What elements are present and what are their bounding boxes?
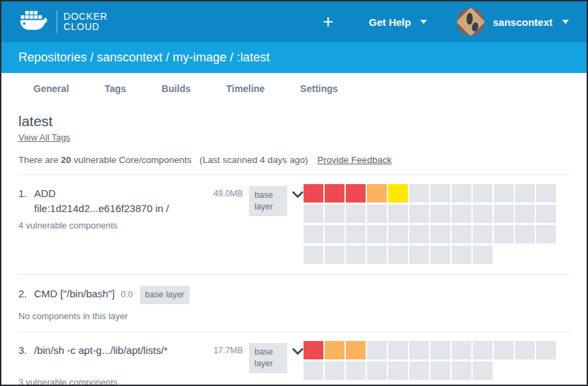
layer-components-note: No components in this layer — [18, 311, 304, 321]
vuln-cell-yellow — [388, 184, 408, 203]
layer-components-note: 3 vulnerable components — [18, 377, 304, 386]
tab-timeline[interactable]: Timeline — [226, 83, 265, 94]
base-layer-badge: base layer — [249, 186, 287, 216]
vuln-cell-gray — [304, 205, 323, 223]
top-header: DOCKER CLOUD + Get Help sanscontext — [1, 1, 587, 42]
vuln-cell-gray — [430, 361, 450, 380]
vuln-cell-gray — [452, 225, 471, 243]
tab-settings[interactable]: Settings — [300, 83, 338, 94]
layer-row: 2.CMD ["/bin/bash"]0.0base layerNo compo… — [18, 274, 570, 331]
vuln-cell-gray — [304, 361, 323, 380]
vuln-cell-red — [325, 184, 344, 203]
vulnerable-count: 20 — [61, 155, 71, 165]
vuln-cell-orange — [325, 341, 344, 359]
vuln-cell-gray — [325, 205, 344, 223]
vuln-cell-gray — [388, 225, 408, 243]
layer-header: 1.ADD file:1d214d2...e616f23870 in /49.0… — [18, 186, 304, 216]
scan-summary-prefix: There are — [18, 155, 59, 165]
vuln-cell-red — [304, 184, 323, 203]
layer-info: 3./bin/sh -c apt-g.../lib/apt/lists/*17.… — [18, 343, 304, 386]
vuln-cell-gray — [367, 246, 387, 264]
base-layer-badge: base layer — [249, 343, 287, 373]
vuln-cell-gray — [536, 225, 556, 243]
vuln-cell-gray — [409, 341, 429, 359]
vuln-cell-gray — [409, 205, 429, 223]
vuln-cell-gray — [367, 205, 387, 223]
vuln-cell-red — [304, 341, 323, 359]
vuln-cell-gray — [346, 225, 366, 243]
vuln-cell-gray — [452, 341, 471, 359]
tab-tags[interactable]: Tags — [104, 83, 126, 94]
vuln-cell-gray — [430, 341, 450, 359]
layer-expand-chevron-icon[interactable] — [292, 346, 304, 358]
vuln-cell-orange — [367, 184, 387, 203]
brand: DOCKER CLOUD — [18, 10, 108, 34]
vuln-cell-gray — [473, 361, 493, 380]
header-actions: + Get Help sanscontext — [323, 8, 569, 35]
breadcrumb: Repositories / sanscontext / my-image / … — [1, 42, 587, 73]
vuln-cell-gray — [473, 246, 493, 264]
vuln-cell-gray — [304, 246, 323, 264]
last-scanned-label: (Last scanned 4 days ago) — [199, 155, 308, 165]
vuln-cell-gray — [494, 205, 514, 223]
vuln-cell-gray — [515, 184, 535, 203]
vuln-cell-red — [346, 184, 366, 203]
vuln-cell-gray — [515, 225, 535, 243]
vuln-cell-gray — [388, 205, 408, 223]
layer-command: /bin/sh -c apt-g.../lib/apt/lists/* — [34, 343, 174, 358]
tab-builds[interactable]: Builds — [162, 83, 191, 94]
brand-line-cloud: CLOUD — [63, 22, 108, 32]
brand-divider — [57, 10, 57, 33]
vuln-cell-gray — [409, 361, 429, 380]
vuln-cell-gray — [346, 361, 366, 380]
vuln-cell-gray — [452, 205, 471, 223]
vuln-cell-gray — [473, 341, 493, 359]
vuln-cell-gray — [304, 225, 323, 243]
page-title: latest — [18, 113, 570, 130]
view-all-tags-link[interactable]: View All Tags — [18, 132, 70, 143]
layer-number: 3. — [18, 343, 34, 358]
vuln-cell-gray — [367, 341, 387, 359]
vuln-cell-gray — [325, 246, 344, 264]
vuln-cell-gray — [494, 225, 514, 243]
caret-down-icon — [562, 20, 569, 24]
vuln-cell-gray — [494, 184, 514, 203]
vuln-cell-gray — [536, 341, 556, 359]
layer-number: 2. — [18, 286, 34, 301]
tab-general[interactable]: General — [33, 83, 69, 94]
layer-info: 1.ADD file:1d214d2...e616f23870 in /49.0… — [18, 186, 304, 264]
layer-number: 1. — [18, 186, 34, 201]
vuln-cell-gray — [325, 225, 344, 243]
layer-expand-chevron-icon[interactable] — [292, 189, 304, 201]
layer-header: 2.CMD ["/bin/bash"]0.0base layer — [18, 286, 304, 304]
layer-size: 49.0MB — [174, 186, 249, 198]
vuln-cell-gray — [452, 184, 471, 203]
vuln-cell-orange — [346, 341, 366, 359]
vuln-cell-gray — [367, 361, 387, 380]
layer-list: 1.ADD file:1d214d2...e616f23870 in /49.0… — [18, 175, 570, 386]
vuln-cell-gray — [325, 361, 344, 380]
vuln-cell-gray — [473, 184, 493, 203]
username-label: sanscontext — [493, 16, 553, 28]
vuln-cell-gray — [452, 246, 471, 264]
layer-size: 0.0 — [121, 290, 132, 299]
app-window: DOCKER CLOUD + Get Help sanscontext Repo — [0, 0, 588, 386]
vuln-cell-gray — [536, 184, 556, 203]
user-menu[interactable]: sanscontext — [457, 8, 569, 35]
layer-info: 2.CMD ["/bin/bash"]0.0base layerNo compo… — [18, 286, 304, 321]
vuln-cell-gray — [430, 205, 450, 223]
vuln-cell-gray — [430, 225, 450, 243]
layer-size: 17.7MB — [174, 343, 249, 355]
provide-feedback-link[interactable]: Provide Feedback — [317, 155, 392, 165]
vuln-cell-gray — [452, 361, 471, 380]
vuln-cell-gray — [346, 205, 366, 223]
vuln-cell-gray — [409, 225, 429, 243]
vuln-cell-gray — [388, 361, 408, 380]
layer-command: ADD file:1d214d2...e616f23870 in / — [34, 186, 174, 216]
create-plus-button[interactable]: + — [323, 13, 334, 31]
tab-bar: GeneralTagsBuildsTimelineSettings — [1, 73, 587, 103]
breadcrumb-text[interactable]: Repositories / sanscontext / my-image / … — [18, 50, 269, 65]
brand-name: DOCKER CLOUD — [63, 12, 108, 32]
vuln-cell-gray — [430, 184, 450, 203]
get-help-menu[interactable]: Get Help — [369, 16, 428, 28]
